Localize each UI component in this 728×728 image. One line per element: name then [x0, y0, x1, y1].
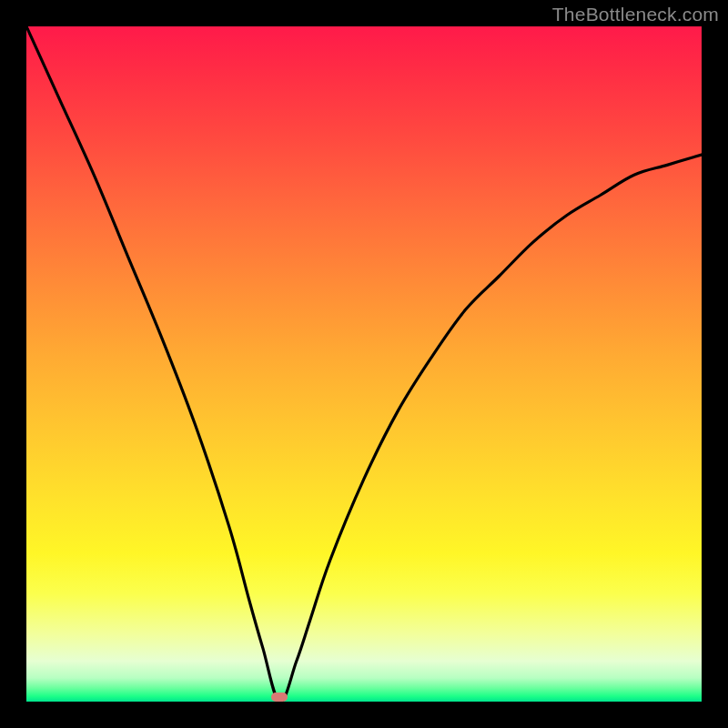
chart-frame: TheBottleneck.com [0, 0, 728, 728]
plot-area [26, 26, 702, 702]
bottleneck-curve [26, 26, 702, 702]
watermark-text: TheBottleneck.com [552, 4, 719, 25]
optimum-marker [271, 693, 288, 702]
